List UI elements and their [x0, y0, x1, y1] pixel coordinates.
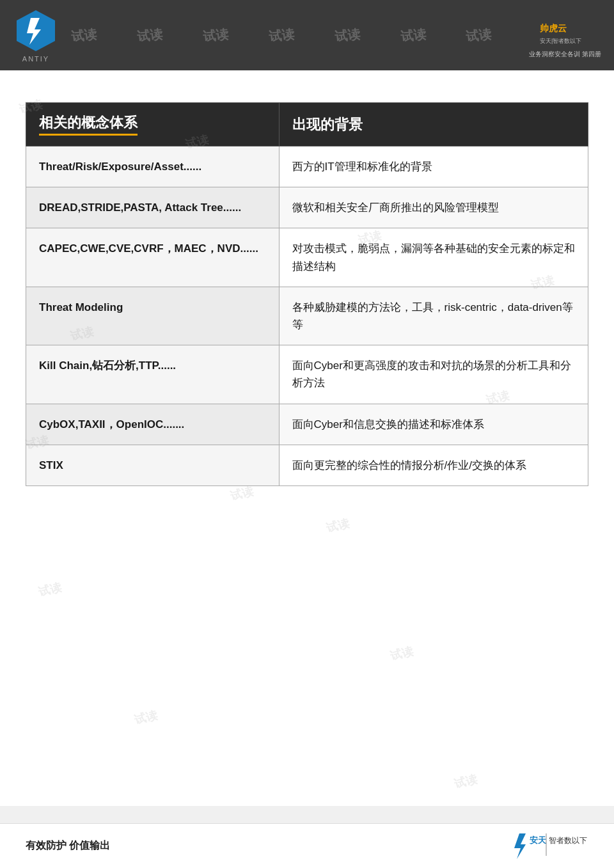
header-wm-7: 试读 — [465, 26, 492, 45]
main-content: 相关的概念体系 出现的背景 Threat/Risk/Exposure/Asset… — [0, 70, 614, 806]
footer-left-text: 有效防护 价值输出 — [26, 839, 110, 853]
table-row: CAPEC,CWE,CVE,CVRF，MAEC，NVD......对攻击模式，脆… — [26, 228, 588, 287]
table-row: CybOX,TAXII，OpenIOC.......面向Cyber和信息交换的描… — [26, 404, 588, 445]
header-right-logo: 帅虎云 安天|智者数以下 业务洞察安全各训 第四册 — [529, 12, 601, 59]
table-cell-left: Threat Modeling — [26, 287, 279, 345]
main-table: 相关的概念体系 出现的背景 Threat/Risk/Exposure/Asset… — [26, 102, 588, 486]
header-wm-6: 试读 — [400, 26, 427, 45]
table-cell-right: 西方的IT管理和标准化的背景 — [279, 146, 588, 187]
col1-header: 相关的概念体系 — [26, 103, 279, 146]
header-bar: ANTIY 试读 试读 试读 试读 试读 试读 试读 帅虎云 安天|智者数以下 … — [0, 0, 614, 70]
footer-right-logo: 安天 智者数以下 — [505, 830, 588, 862]
footer-logo-svg: 安天 智者数以下 — [505, 830, 588, 862]
svg-text:安天|智者数以下: 安天|智者数以下 — [540, 38, 581, 44]
table-cell-left: DREAD,STRIDE,PASTA, Attack Tree...... — [26, 187, 279, 228]
table-cell-left: Kill Chain,钻石分析,TTP...... — [26, 345, 279, 404]
header-wm-1: 试读 — [70, 26, 97, 45]
logo-text: ANTIY — [22, 55, 49, 63]
table-cell-left: STIX — [26, 445, 279, 485]
col2-header: 出现的背景 — [279, 103, 588, 146]
table-cell-right: 各种威胁建模的方法论，工具，risk-centric，data-driven等等 — [279, 287, 588, 345]
header-right-logo-svg: 帅虎云 安天|智者数以下 — [537, 12, 594, 47]
table-header-row: 相关的概念体系 出现的背景 — [26, 103, 588, 146]
table-row: DREAD,STRIDE,PASTA, Attack Tree......微软和… — [26, 187, 588, 228]
footer: 有效防护 价值输出 安天 智者数以下 — [0, 823, 614, 868]
svg-marker-4 — [514, 833, 526, 859]
svg-text:智者数以下: 智者数以下 — [549, 836, 587, 845]
header-wm-3: 试读 — [202, 26, 229, 45]
table-cell-left: CybOX,TAXII，OpenIOC....... — [26, 404, 279, 445]
header-wm-5: 试读 — [334, 26, 361, 45]
table-body: Threat/Risk/Exposure/Asset......西方的IT管理和… — [26, 146, 588, 486]
table-cell-right: 面向更完整的综合性的情报分析/作业/交换的体系 — [279, 445, 588, 485]
table-cell-right: 微软和相关安全厂商所推出的风险管理模型 — [279, 187, 588, 228]
svg-text:帅虎云: 帅虎云 — [539, 23, 567, 33]
table-cell-right: 面向Cyber和更高强度的攻击和对抗的场景的分析工具和分析方法 — [279, 345, 588, 404]
table-cell-right: 对攻击模式，脆弱点，漏洞等各种基础的安全元素的标定和描述结构 — [279, 228, 588, 287]
header-wm-4: 试读 — [268, 26, 295, 45]
table-row: Threat/Risk/Exposure/Asset......西方的IT管理和… — [26, 146, 588, 187]
table-cell-left: Threat/Risk/Exposure/Asset...... — [26, 146, 279, 187]
table-row: Threat Modeling各种威胁建模的方法论，工具，risk-centri… — [26, 287, 588, 345]
table-cell-left: CAPEC,CWE,CVE,CVRF，MAEC，NVD...... — [26, 228, 279, 287]
header-tagline: 业务洞察安全各训 第四册 — [529, 50, 601, 59]
table-row: STIX面向更完整的综合性的情报分析/作业/交换的体系 — [26, 445, 588, 485]
header-wm-2: 试读 — [136, 26, 163, 45]
svg-text:安天: 安天 — [529, 835, 547, 845]
table-cell-right: 面向Cyber和信息交换的描述和标准体系 — [279, 404, 588, 445]
col1-header-text: 相关的概念体系 — [39, 113, 138, 136]
header-watermarks: 试读 试读 试读 试读 试读 试读 试读 — [51, 0, 512, 70]
table-row: Kill Chain,钻石分析,TTP......面向Cyber和更高强度的攻击… — [26, 345, 588, 404]
